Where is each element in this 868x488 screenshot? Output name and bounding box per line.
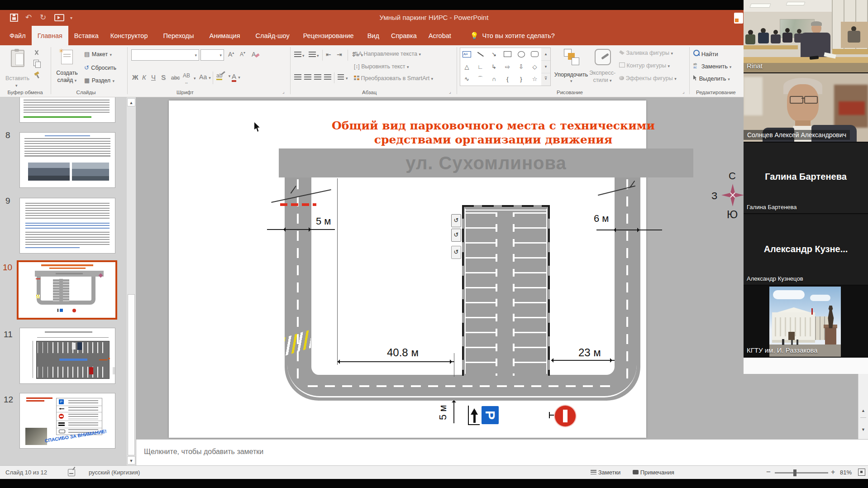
drawing-dialog-launcher[interactable]: ⌟ (682, 90, 685, 94)
video-tile-kuznetsov[interactable]: Александр Кузне... Александр Кузнецов (744, 214, 868, 285)
tab-insert[interactable]: Вставка (68, 26, 105, 45)
cut-icon[interactable] (33, 50, 41, 56)
shape-outline-button[interactable]: Контур фигуры ▾ (619, 62, 670, 69)
thumbnail-slide-12[interactable]: P СПАСИБО ЗА ВНИМАНИЕ! (19, 393, 115, 449)
columns-button[interactable] (338, 74, 344, 80)
tab-view[interactable]: Вид (362, 26, 385, 45)
video-tile-solntsev[interactable]: Солнцев Алексей Александрович (744, 73, 868, 142)
thumbnail-slide-11[interactable] (19, 328, 115, 384)
shape-down-arrow-icon[interactable]: ⇩ (515, 61, 528, 73)
indent-button[interactable]: ⇥ (337, 51, 342, 58)
paragraph-dialog-launcher[interactable]: ⌟ (449, 90, 451, 94)
copy-icon[interactable] (33, 60, 39, 66)
thumb-scroll-down-icon[interactable]: ▼ (127, 456, 135, 464)
shape-scribble-icon[interactable]: ∿ (460, 73, 473, 85)
shadow-button[interactable]: S (161, 73, 166, 81)
tab-acrobat[interactable]: Acrobat (423, 26, 457, 45)
shapes-more[interactable]: ⊽ (541, 73, 550, 85)
comments-toggle[interactable]: Примечания (633, 469, 674, 476)
video-tile-barteneva[interactable]: Галина Бартенева Галина Бартенева (744, 143, 868, 213)
video-tile-kgtu[interactable]: КГТУ им. И. Раззакова (744, 286, 868, 357)
thumb-scroll-thumb[interactable] (128, 294, 135, 455)
fit-slide-button[interactable] (858, 469, 865, 476)
tab-design[interactable]: Конструктор (105, 26, 154, 45)
smartart-button[interactable]: Преобразовать в SmartArt ▾ (354, 75, 433, 81)
reset-button[interactable]: ↺ Сбросить (84, 63, 116, 72)
shape-fill-button[interactable]: Заливка фигуры ▾ (619, 50, 673, 56)
shape-rectangle-icon[interactable] (501, 48, 514, 60)
shape-star-icon[interactable]: ☆ (528, 73, 541, 85)
paste-button[interactable]: Вставить ▾ (5, 48, 29, 90)
shrink-font-button[interactable]: А▾ (240, 51, 245, 57)
numbering-button[interactable] (309, 52, 316, 57)
shape-oval-icon[interactable] (515, 48, 528, 60)
zoom-level[interactable]: 81% (840, 469, 852, 476)
shape-elbow-icon[interactable]: ∟ (474, 61, 487, 73)
strikethrough-button[interactable]: abc (171, 75, 180, 81)
shape-effects-button[interactable]: Эффекты фигуры ▾ (619, 75, 677, 81)
tab-file[interactable]: Файл (4, 26, 32, 45)
street-bar[interactable]: ул. Сухомлинова (279, 148, 693, 177)
section-button[interactable]: ▦ Раздел ▾ (84, 76, 114, 84)
shape-freeform-icon[interactable]: ◇ (528, 61, 541, 73)
language-status[interactable]: русский (Киргизия) (89, 469, 140, 476)
font-color-button[interactable]: А ▾ (232, 72, 240, 80)
underline-button[interactable]: Ч (151, 73, 156, 81)
zoom-slider-thumb[interactable] (793, 469, 796, 476)
shapes-scroll-up[interactable]: ▴ (541, 48, 550, 60)
shape-elbow-arrow-icon[interactable]: ↳ (487, 61, 501, 73)
highlight-button[interactable]: ab ▾ (216, 72, 230, 79)
grow-font-button[interactable]: А▴ (228, 51, 234, 58)
align-text-button[interactable]: [↕] Выровнять текст ▾ (354, 63, 409, 70)
thumbnail-slide-10[interactable] (17, 260, 117, 320)
tab-help[interactable]: Справка (385, 26, 423, 45)
thumbnail-slide-7[interactable] (19, 97, 115, 123)
change-case-button[interactable]: Аа ▾ (199, 73, 211, 81)
shapes-scroll[interactable]: ▴ ▾ ⊽ (541, 48, 551, 86)
shapes-gallery[interactable]: A≡ ↘ △ ∟ ↳ ⇨ ⇩ ◇ ∿ ⌒ ∩ { } ☆ (460, 48, 542, 86)
shape-textbox-icon[interactable]: A≡ (460, 48, 473, 60)
shape-arrow-icon[interactable]: ↘ (487, 48, 501, 60)
next-slide-icon[interactable]: ▼ (861, 427, 865, 432)
outdent-button[interactable]: ⇤ (326, 51, 331, 58)
bullets-button[interactable] (294, 52, 301, 57)
prev-slide-icon[interactable]: ▲ (861, 408, 865, 413)
replace-button[interactable]: abac Заменить ▾ (693, 62, 731, 70)
editor-scrollbar[interactable]: ▲ ▼ (858, 374, 868, 439)
video-tile-rinat[interactable]: Rinat (744, 0, 868, 72)
font-name-combo[interactable]: ▾ (131, 49, 199, 61)
tab-animations[interactable]: Анимация (203, 26, 246, 45)
new-slide-button[interactable]: ✳ Создать слайд ▾ (53, 48, 81, 90)
italic-button[interactable]: К (142, 73, 146, 81)
text-direction-button[interactable]: ⇅A Направление текста ▾ (354, 51, 421, 57)
layout-button[interactable]: ▤ Макет ▾ (84, 50, 112, 58)
char-spacing-button[interactable]: АВ↔ (183, 72, 190, 85)
zoom-in-button[interactable]: + (831, 468, 835, 476)
tab-review[interactable]: Рецензирование (297, 26, 360, 45)
shape-brace-right-icon[interactable]: } (515, 73, 528, 85)
align-right-button[interactable] (314, 74, 321, 80)
shape-brace-left-icon[interactable]: { (501, 73, 514, 85)
zoom-slider-track[interactable] (775, 472, 828, 474)
tellme-box[interactable]: 💡 Что вы хотите сделать? (464, 26, 561, 45)
slide-counter[interactable]: Слайд 10 из 12 (5, 469, 47, 476)
font-dialog-launcher[interactable]: ⌟ (282, 90, 285, 94)
shape-arc-icon[interactable]: ⌒ (474, 73, 487, 85)
justify-button[interactable] (324, 74, 331, 80)
shape-roundrect-icon[interactable] (528, 48, 541, 60)
align-left-button[interactable] (294, 74, 301, 80)
shape-line-icon[interactable] (474, 48, 487, 60)
shape-curve-icon[interactable]: ∩ (487, 73, 501, 85)
find-button[interactable]: Найти (693, 50, 718, 57)
shape-right-arrow-icon[interactable]: ⇨ (501, 61, 514, 73)
shape-triangle-icon[interactable]: △ (460, 61, 473, 73)
align-center-button[interactable] (304, 74, 311, 80)
spellcheck-icon[interactable] (68, 469, 75, 476)
shapes-scroll-down[interactable]: ▾ (541, 60, 550, 73)
thumbnail-slide-8[interactable] (19, 132, 115, 188)
notes-pane[interactable]: Щелкните, чтобы добавить заметки (136, 439, 868, 465)
tab-slideshow[interactable]: Слайд-шоу (250, 26, 296, 45)
slide-title[interactable]: Общий вид парковочного места с техническ… (308, 119, 679, 147)
format-painter-icon[interactable] (33, 72, 40, 78)
tab-transitions[interactable]: Переходы (157, 26, 200, 45)
